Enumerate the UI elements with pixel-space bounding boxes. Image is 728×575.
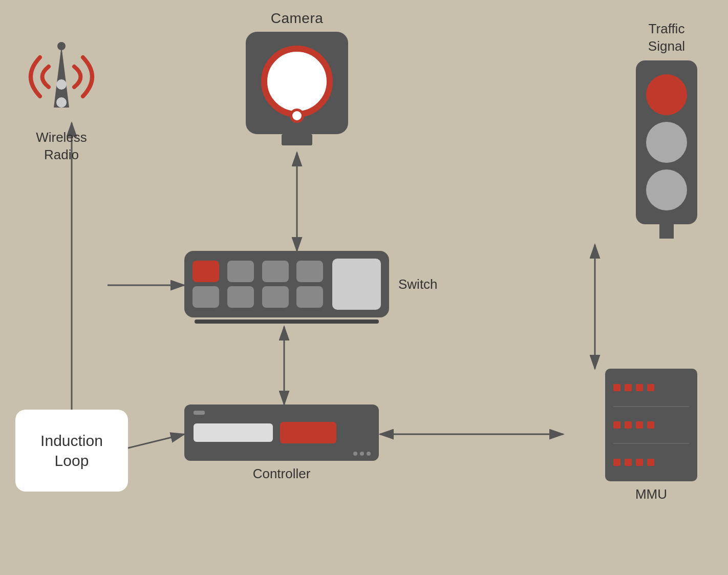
switch-btn-8 <box>296 286 323 308</box>
mmu-dot-1 <box>613 384 620 391</box>
controller-dot-2 <box>360 452 364 456</box>
traffic-signal-body <box>636 60 697 224</box>
controller-dot-3 <box>367 452 371 456</box>
mmu-dot-5 <box>613 421 620 429</box>
switch-btn-large <box>332 259 381 310</box>
svg-point-14 <box>56 97 67 108</box>
signal-light-green <box>646 169 687 210</box>
svg-point-15 <box>57 42 66 50</box>
switch-btn-6 <box>227 286 254 308</box>
diagram-container: Camera Wi <box>0 0 728 575</box>
switch-btn-2 <box>227 261 254 282</box>
mmu-dot-11 <box>636 459 643 466</box>
camera-lens-outer <box>261 46 333 117</box>
camera-mount <box>282 134 312 145</box>
switch-btn-7 <box>262 286 289 308</box>
switch-btn-5 <box>192 286 219 308</box>
mmu-body <box>605 369 697 481</box>
mmu-row-3 <box>613 459 689 466</box>
mmu-dot-4 <box>647 384 654 391</box>
camera-label: Camera <box>271 10 324 27</box>
controller-dot-1 <box>353 452 357 456</box>
controller-slot <box>194 423 273 442</box>
controller-label: Controller <box>253 466 311 482</box>
mmu-row-1 <box>613 384 689 391</box>
switch-base <box>195 320 379 324</box>
camera-component: Camera <box>246 10 348 145</box>
switch-btn-3 <box>262 261 289 282</box>
mmu-dot-9 <box>613 459 620 466</box>
mmu-dot-12 <box>647 459 654 466</box>
mmu-component: MMU <box>605 369 697 502</box>
traffic-signal-component: TrafficSignal <box>636 20 697 239</box>
svg-line-8 <box>128 434 184 448</box>
mmu-dot-10 <box>625 459 632 466</box>
mmu-dot-7 <box>636 421 643 429</box>
controller-indicator <box>194 411 205 415</box>
switch-buttons-grid <box>192 261 327 308</box>
mmu-dot-6 <box>625 421 632 429</box>
mmu-row-2 <box>613 421 689 429</box>
svg-point-13 <box>56 79 67 90</box>
signal-post <box>659 224 674 239</box>
signal-light-red <box>646 74 687 115</box>
camera-indicator <box>290 109 304 123</box>
controller-component: Controller <box>184 404 379 482</box>
wireless-radio-icon <box>15 31 108 123</box>
controller-body <box>184 404 379 461</box>
controller-display <box>280 422 336 443</box>
mmu-dot-3 <box>636 384 643 391</box>
wireless-radio-label: WirelessRadio <box>36 129 87 164</box>
switch-btn-1 <box>192 261 219 282</box>
switch-body <box>184 251 389 317</box>
signal-light-yellow <box>646 122 687 163</box>
induction-loop-component: InductionLoop <box>15 410 128 492</box>
switch-btn-4 <box>296 261 323 282</box>
traffic-signal-label: TrafficSignal <box>648 20 685 55</box>
switch-component: Switch <box>184 251 438 317</box>
camera-lens-inner <box>276 61 317 102</box>
mmu-dot-8 <box>647 421 654 429</box>
mmu-dot-2 <box>625 384 632 391</box>
switch-label: Switch <box>398 276 438 292</box>
induction-loop-box: InductionLoop <box>15 410 128 492</box>
induction-loop-label: InductionLoop <box>40 431 103 471</box>
camera-body <box>246 32 348 134</box>
controller-dots <box>353 452 371 456</box>
mmu-label: MMU <box>635 486 667 502</box>
wireless-radio-component: WirelessRadio <box>15 31 108 164</box>
